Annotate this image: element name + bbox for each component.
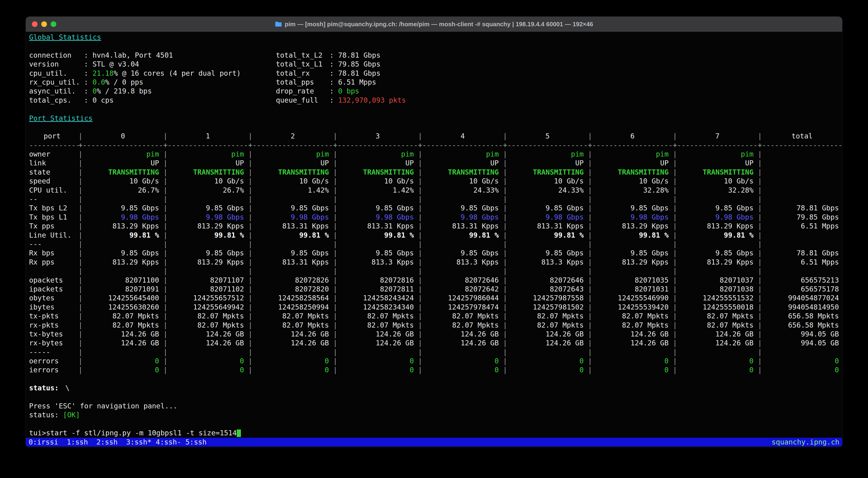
column-separator: | [79,168,83,177]
total-cell: |656575178 [758,285,842,294]
column-separator: | [163,285,167,294]
column-separator: | [333,132,337,141]
cell-value: UP [337,159,418,168]
cell-value: 10 Gb/s [677,177,758,185]
column-separator: | [588,339,592,347]
column-separator: | [758,240,762,249]
cell-value: pim [592,150,673,159]
port-cell: |99.81 % [163,231,248,240]
port-cell: |24.33% [503,186,588,195]
cell-value: TRANSMITTING [422,168,503,177]
port-stats-row: link|UP|UP|UP|UP|UP|UP|UP|UP| [26,159,842,168]
column-separator: | [503,330,507,339]
column-separator: | [418,195,422,204]
cell-value: 0 [507,366,588,374]
port-cell: |82.07 Mpkts [673,321,758,330]
port-cell: |82072811 [333,285,418,294]
statusbar-windows[interactable]: 0:irssi 1:ssh 2:ssh 3:ssh* 4:ssh- 5:ssh [29,438,207,447]
cell-value: 82071037 [677,276,758,285]
close-button[interactable] [32,21,37,27]
port-stats-row: obytes|124255645400|124255657512|1242582… [26,294,842,303]
column-separator: | [248,303,252,312]
column-separator: | [79,303,83,312]
port-cell: |32.28% [673,186,758,195]
cell-value: 0 [83,366,163,374]
column-separator: | [248,276,252,285]
global-statistics-heading-line: Global Statistics [26,33,842,42]
column-separator: | [758,150,762,159]
cell-value: 124258258564 [252,294,333,303]
cell-value: 82.07 Mpkts [592,321,673,330]
stat-value: STL @ v3.04 [92,60,139,69]
port-cell: |124.26 GB [333,330,418,339]
total-cell: |78.81 Gbps [758,204,842,212]
total-value: 656575213 [762,276,842,285]
port-cell: | [673,240,758,249]
cell-value: 124.26 GB [252,339,333,347]
titlebar[interactable]: pim — [mosh] pim@squanchy.ipng.ch: /home… [26,16,842,32]
total-cell: | [758,348,842,356]
separator-dashes: ---------------------------------------- [252,141,333,150]
column-separator: | [248,294,252,303]
minimize-button[interactable] [41,21,47,27]
port-cell: |124.26 GB [248,339,333,347]
zoom-button[interactable] [51,21,56,27]
port-cell: | [333,348,418,356]
cell-value [167,267,248,276]
column-separator: | [418,213,422,221]
cell-value: 10 Gb/s [507,177,588,185]
column-separator: | [758,321,762,330]
cell-value: pim [677,150,758,159]
cell-value [507,195,588,204]
port-cell: |813.3 Kpps [503,258,588,267]
port-cell: |10 Gb/s [503,177,588,185]
column-separator: | [163,366,167,374]
port-cell: |pim [503,150,588,159]
port-cell: | [503,348,588,356]
prompt-line[interactable]: tui>start -f stl/ipng.py -m 10gbpsl1 -t … [26,429,842,438]
stat-value: hvn4.lab, Port 4501 [92,51,173,60]
global-stat-left: version: STL @ v3.04 [29,60,276,69]
column-separator: | [248,213,252,221]
column-separator: | [248,366,252,374]
port-cell: |124255546990 [588,294,673,303]
port-cell: |UP [79,159,163,168]
blank-line [26,123,842,132]
stat-key: rx_cpu_util. [29,78,84,87]
column-separator: | [163,348,167,356]
column-separator: | [758,285,762,294]
column-separator: | [79,366,83,374]
cell-value: 82.07 Mpkts [422,312,503,320]
port-cell: |9.85 Gbps [673,204,758,212]
row-label: ----- [26,348,79,356]
column-separator: | [758,168,762,177]
port-cell: |TRANSMITTING [673,168,758,177]
column-separator: | [333,213,337,221]
total-cell: | [758,231,842,240]
separator-dashes: ---------------------------------------- [337,141,418,150]
row-label: rx-pkts [26,321,79,330]
cell-value [252,348,333,356]
cell-value: 9.98 Gbps [167,213,248,221]
cell-value: 813.31 Kpps [252,258,333,267]
column-separator: | [588,267,592,276]
column-separator: | [248,195,252,204]
port-cell: |99.81 % [333,231,418,240]
column-separator: | [503,249,507,258]
global-stat-right: drop_rate: 0 bps [276,87,359,96]
port-cell: |0 [79,356,163,366]
port-cell: |813.31 Kpps [248,258,333,267]
cell-value: 9.85 Gbps [677,249,758,258]
terminal-content[interactable]: Global Statistics connection: hvn4.lab, … [26,32,842,447]
cell-value: 82072646 [507,276,588,285]
cell-value: 9.85 Gbps [167,204,248,212]
cell-value: TRANSMITTING [252,168,333,177]
column-separator: | [673,168,677,177]
port-cell: |813.29 Kpps [79,258,163,267]
port-column-header: |4 [418,132,503,141]
cell-value: 9.98 Gbps [337,213,418,221]
cell-value: 9.98 Gbps [252,213,333,221]
port-stats-row: opackets|82071100|82071107|82072826|8207… [26,276,842,285]
column-separator: | [673,303,677,312]
cell-value: pim [167,150,248,159]
